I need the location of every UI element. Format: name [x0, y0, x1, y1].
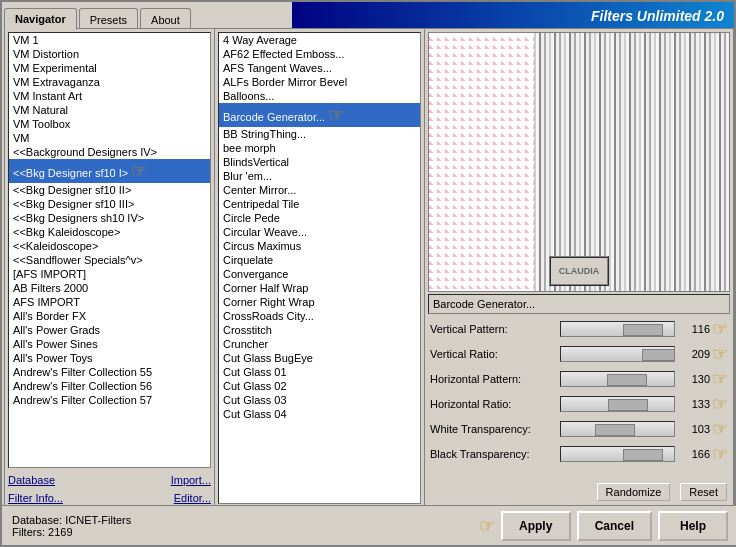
param-row-black-transparency: Black Transparency: 166 ☞	[430, 443, 728, 465]
param-row-vertical-ratio: Vertical Ratio: 209 ☞	[430, 343, 728, 365]
param-hand-icon-4: ☞	[712, 418, 728, 440]
filter-item[interactable]: Blur 'em...	[219, 169, 420, 183]
filter-info-link[interactable]: Filter Info...	[7, 491, 64, 505]
filter-item[interactable]: CrossRoads City...	[219, 309, 420, 323]
filter-list-scroll[interactable]: 4 Way Average AF62 Effected Emboss... AF…	[219, 33, 420, 503]
list-item[interactable]: <<Bkg Designers sh10 IV>	[9, 211, 210, 225]
filter-item[interactable]: Circle Pede	[219, 211, 420, 225]
param-row-horizontal-pattern: Horizontal Pattern: 130 ☞	[430, 368, 728, 390]
list-item[interactable]: Andrew's Filter Collection 56	[9, 379, 210, 393]
filter-item[interactable]: Corner Half Wrap	[219, 281, 420, 295]
list-item[interactable]: <<Sandflower Specials^v>	[9, 253, 210, 267]
list-item-selected[interactable]: <<Bkg Designer sf10 I> ☞	[9, 159, 210, 183]
db-value: ICNET-Filters	[65, 514, 131, 526]
param-value-horizontal-pattern: 130	[675, 373, 710, 385]
param-slider-white-transparency[interactable]	[560, 421, 675, 437]
list-item[interactable]: Andrew's Filter Collection 55	[9, 365, 210, 379]
list-item[interactable]: VM Instant Art	[9, 89, 210, 103]
filter-name-bar: Barcode Generator...	[428, 294, 730, 314]
filter-item[interactable]: Centripedal Tile	[219, 197, 420, 211]
list-item[interactable]: All's Power Grads	[9, 323, 210, 337]
category-list-container: VM 1 VM Distortion VM Experimental VM Ex…	[8, 32, 211, 468]
filters-info: Filters: 2169	[12, 526, 131, 538]
list-item[interactable]: AB Filters 2000	[9, 281, 210, 295]
filter-item[interactable]: Cut Glass 04	[219, 407, 420, 421]
list-item[interactable]: <<Background Designers IV>	[9, 145, 210, 159]
app-title: Filters Unlimited 2.0	[591, 8, 724, 24]
db-label: Database:	[12, 514, 62, 526]
param-hand-icon-2: ☞	[712, 368, 728, 390]
filter-item[interactable]: Cut Glass BugEye	[219, 351, 420, 365]
editor-link[interactable]: Editor...	[173, 491, 212, 505]
param-slider-horizontal-ratio[interactable]	[560, 396, 675, 412]
param-value-white-transparency: 103	[675, 423, 710, 435]
tab-presets[interactable]: Presets	[79, 8, 138, 30]
list-item[interactable]: <<Bkg Designer sf10 III>	[9, 197, 210, 211]
tab-about[interactable]: About	[140, 8, 191, 30]
filter-item[interactable]: Center Mirror...	[219, 183, 420, 197]
apply-button[interactable]: Apply	[501, 511, 571, 541]
filter-item[interactable]: 4 Way Average	[219, 33, 420, 47]
param-slider-horizontal-pattern[interactable]	[560, 371, 675, 387]
filter-list-container: 4 Way Average AF62 Effected Emboss... AF…	[218, 32, 421, 504]
list-item[interactable]: [AFS IMPORT]	[9, 267, 210, 281]
reset-button[interactable]: Reset	[680, 483, 727, 501]
list-item[interactable]: VM Toolbox	[9, 117, 210, 131]
list-item[interactable]: VM Experimental	[9, 61, 210, 75]
list-item[interactable]: <<Kaleidoscope>	[9, 239, 210, 253]
list-item[interactable]: <<Bkg Kaleidoscope>	[9, 225, 210, 239]
filter-item[interactable]: Balloons...	[219, 89, 420, 103]
list-item[interactable]: <<Bkg Designer sf10 II>	[9, 183, 210, 197]
footer-buttons: ☞ Apply Cancel Help	[479, 511, 728, 541]
cancel-button[interactable]: Cancel	[577, 511, 652, 541]
help-button[interactable]: Help	[658, 511, 728, 541]
param-hand-icon-1: ☞	[712, 343, 728, 365]
list-item[interactable]: All's Power Sines	[9, 337, 210, 351]
param-value-vertical-ratio: 209	[675, 348, 710, 360]
filter-item[interactable]: Crosstitch	[219, 323, 420, 337]
randomize-button[interactable]: Randomize	[597, 483, 671, 501]
list-item[interactable]: VM Distortion	[9, 47, 210, 61]
filter-item[interactable]: Corner Right Wrap	[219, 295, 420, 309]
param-hand-icon-5: ☞	[712, 443, 728, 465]
footer: Database: ICNET-Filters Filters: 2169 ☞ …	[2, 505, 736, 545]
filter-item[interactable]: Cruncher	[219, 337, 420, 351]
param-slider-vertical-ratio[interactable]	[560, 346, 675, 362]
param-slider-black-transparency[interactable]	[560, 446, 675, 462]
filter-item[interactable]: Cut Glass 01	[219, 365, 420, 379]
filter-item[interactable]: AF62 Effected Emboss...	[219, 47, 420, 61]
filter-item[interactable]: Circus Maximus	[219, 239, 420, 253]
param-slider-vertical-pattern[interactable]	[560, 321, 675, 337]
list-item[interactable]: Andrew's Filter Collection 57	[9, 393, 210, 407]
list-item[interactable]: VM 1	[9, 33, 210, 47]
filter-item[interactable]: Cut Glass 02	[219, 379, 420, 393]
filter-item-selected[interactable]: Barcode Generator... ☞	[219, 103, 420, 127]
param-value-black-transparency: 166	[675, 448, 710, 460]
title-bar: Filters Unlimited 2.0	[284, 2, 734, 30]
category-list-scroll[interactable]: VM 1 VM Distortion VM Experimental VM Ex…	[9, 33, 210, 467]
filter-item[interactable]: AFS Tangent Waves...	[219, 61, 420, 75]
param-hand-icon-3: ☞	[712, 393, 728, 415]
tab-navigator[interactable]: Navigator	[4, 8, 77, 30]
database-link[interactable]: Database	[7, 473, 56, 487]
middle-panel: 4 Way Average AF62 Effected Emboss... AF…	[215, 29, 425, 507]
filters-value: 2169	[48, 526, 72, 538]
pink-checker-bg	[429, 33, 534, 291]
list-item[interactable]: All's Border FX	[9, 309, 210, 323]
filter-item[interactable]: BlindsVertical	[219, 155, 420, 169]
left-panel-links: Database Import...	[5, 471, 214, 489]
list-item[interactable]: AFS IMPORT	[9, 295, 210, 309]
filter-item[interactable]: BB StringThing...	[219, 127, 420, 141]
filter-item[interactable]: Cirquelate	[219, 253, 420, 267]
filter-item[interactable]: Circular Weave...	[219, 225, 420, 239]
list-item[interactable]: All's Power Toys	[9, 351, 210, 365]
list-item[interactable]: VM Natural	[9, 103, 210, 117]
param-row-horizontal-ratio: Horizontal Ratio: 133 ☞	[430, 393, 728, 415]
filter-item[interactable]: bee morph	[219, 141, 420, 155]
import-link[interactable]: Import...	[170, 473, 212, 487]
filter-item[interactable]: ALFs Border Mirror Bevel	[219, 75, 420, 89]
filter-item[interactable]: Convergance	[219, 267, 420, 281]
list-item[interactable]: VM	[9, 131, 210, 145]
list-item[interactable]: VM Extravaganza	[9, 75, 210, 89]
filter-item[interactable]: Cut Glass 03	[219, 393, 420, 407]
